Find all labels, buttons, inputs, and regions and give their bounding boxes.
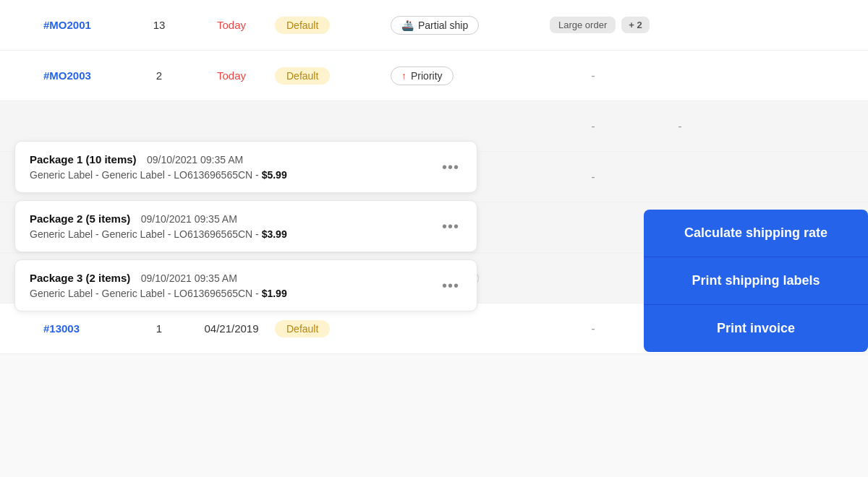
print-invoice-button[interactable]: Print invoice: [644, 305, 868, 352]
partial-ship-label: Partial ship: [418, 20, 468, 31]
package-label: Generic Label - Generic Label - LO613696…: [30, 228, 439, 240]
package-date: 09/10/2021 09:35 AM: [141, 213, 237, 225]
priority-label: Priority: [411, 70, 443, 82]
order-dash1: -: [550, 120, 637, 133]
order-date: Today: [188, 19, 275, 31]
order-tag[interactable]: ↑ Priority: [391, 66, 550, 85]
package-title: Package 1 (10 items): [30, 153, 137, 166]
package-date: 09/10/2021 09:35 AM: [147, 154, 243, 166]
package-label: Generic Label - Generic Label - LO613696…: [30, 169, 439, 181]
package-label: Generic Label - Generic Label - LO613696…: [30, 288, 439, 299]
order-badge: Default: [275, 17, 391, 34]
package-card-1: Package 1 (10 items) 09/10/2021 09:35 AM…: [14, 141, 477, 193]
plus-badge: + 2: [621, 17, 649, 33]
order-dash: -: [550, 69, 637, 82]
default-badge: Default: [275, 17, 330, 34]
order-qty: 1: [130, 322, 188, 335]
table-row: #MO2001 13 Today Default 🚢 Partial ship …: [0, 0, 868, 51]
arrow-up-icon: ↑: [401, 70, 407, 82]
order-id[interactable]: #MO2003: [14, 69, 130, 82]
order-tag[interactable]: 🚢 Partial ship: [391, 16, 550, 35]
package-menu-button[interactable]: •••: [439, 218, 462, 235]
package-info: Package 3 (2 items) 09/10/2021 09:35 AM …: [30, 272, 439, 299]
calculate-shipping-button[interactable]: Calculate shipping rate: [644, 210, 868, 257]
package-title: Package 2 (5 items): [30, 212, 130, 225]
priority-tag[interactable]: ↑ Priority: [391, 66, 454, 85]
order-dash2: -: [637, 120, 723, 133]
package-price: $3.99: [262, 228, 287, 240]
large-order-badge: Large order: [550, 17, 616, 33]
package-menu-button[interactable]: •••: [439, 278, 462, 294]
package-date: 09/10/2021 09:35 AM: [141, 272, 237, 284]
order-date: 04/21/2019: [188, 322, 275, 335]
order-id[interactable]: #MO2001: [14, 19, 130, 31]
order-dash1: -: [550, 322, 637, 335]
table-row: #MO2003 2 Today Default ↑ Priority -: [0, 51, 868, 101]
order-qty: 2: [130, 69, 188, 82]
order-badge: Default: [275, 67, 391, 85]
package-menu-button[interactable]: •••: [439, 159, 462, 176]
order-qty: 13: [130, 19, 188, 31]
package-info: Package 2 (5 items) 09/10/2021 09:35 AM …: [30, 212, 439, 240]
package-card-3: Package 3 (2 items) 09/10/2021 09:35 AM …: [14, 259, 477, 311]
default-badge: Default: [275, 320, 330, 338]
package-card-2: Package 2 (5 items) 09/10/2021 09:35 AM …: [14, 200, 477, 252]
ship-icon: 🚢: [401, 20, 414, 31]
action-panel: Calculate shipping rate Print shipping l…: [644, 210, 868, 352]
partial-ship-tag[interactable]: 🚢 Partial ship: [391, 16, 479, 35]
order-extras: Large order + 2: [550, 17, 680, 33]
package-price: $5.99: [262, 169, 287, 181]
order-badge: Default: [275, 320, 391, 338]
package-title: Package 3 (2 items): [30, 272, 130, 284]
order-id[interactable]: #13003: [14, 322, 130, 335]
default-badge: Default: [275, 67, 330, 85]
print-shipping-labels-button[interactable]: Print shipping labels: [644, 257, 868, 305]
package-info: Package 1 (10 items) 09/10/2021 09:35 AM…: [30, 153, 439, 181]
package-price: $1.99: [262, 288, 287, 299]
packages-overlay: Package 1 (10 items) 09/10/2021 09:35 AM…: [14, 141, 477, 319]
order-date: Today: [188, 69, 275, 82]
order-dash: -: [550, 171, 637, 184]
